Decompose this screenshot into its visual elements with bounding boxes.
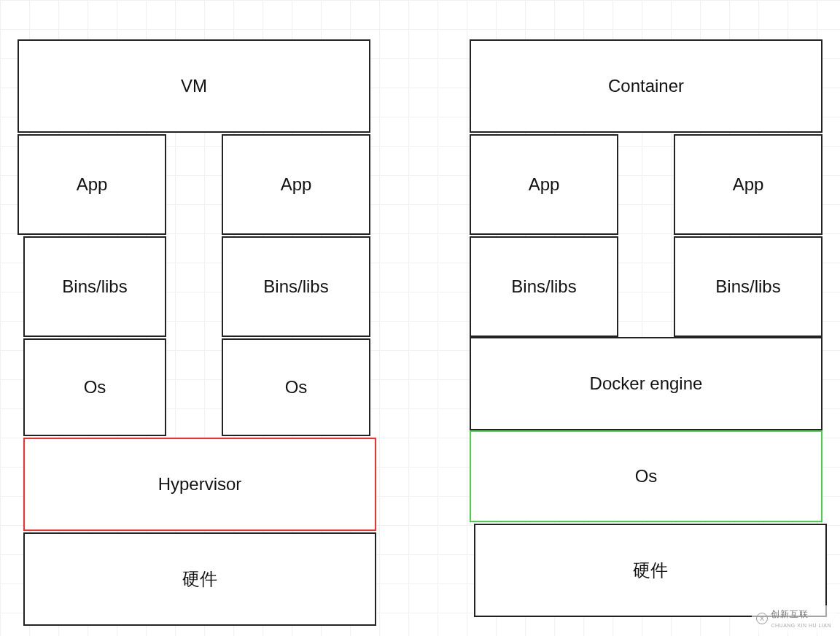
vm-hypervisor-box: Hypervisor: [23, 438, 376, 531]
container-hardware-box: 硬件: [474, 524, 827, 617]
vm-os-left-label: Os: [84, 377, 106, 398]
vm-app-right-label: App: [281, 174, 312, 195]
container-bins-right-box: Bins/libs: [674, 236, 822, 337]
vm-hardware-box: 硬件: [23, 532, 376, 626]
watermark-logo-icon: X: [756, 613, 768, 624]
vm-bins-left-box: Bins/libs: [23, 236, 166, 337]
container-app-right-box: App: [674, 134, 822, 235]
container-bins-right-label: Bins/libs: [715, 276, 780, 297]
watermark: X 创新互联 CHUANG XIN HU LIAN: [752, 605, 836, 632]
vm-app-right-box: App: [222, 134, 370, 235]
vm-title-box: VM: [18, 39, 370, 133]
watermark-en: CHUANG XIN HU LIAN: [771, 623, 831, 628]
container-os-box: Os: [470, 430, 822, 522]
vm-app-left-label: App: [77, 174, 108, 195]
container-bins-left-label: Bins/libs: [511, 276, 576, 297]
container-hardware-label: 硬件: [633, 559, 668, 582]
vm-app-left-box: App: [18, 134, 166, 235]
container-engine-label: Docker engine: [590, 373, 703, 394]
vm-hardware-label: 硬件: [182, 567, 217, 591]
container-app-left-box: App: [470, 134, 618, 235]
vm-bins-left-label: Bins/libs: [62, 276, 127, 297]
container-app-right-label: App: [733, 174, 764, 195]
container-engine-box: Docker engine: [470, 337, 822, 430]
container-os-label: Os: [635, 466, 658, 486]
vm-title-label: VM: [181, 76, 207, 96]
container-app-left-label: App: [529, 174, 560, 195]
vm-os-right-box: Os: [222, 338, 370, 436]
vm-os-right-label: Os: [285, 377, 308, 398]
container-title-label: Container: [608, 76, 684, 96]
vm-os-left-box: Os: [23, 338, 166, 436]
container-title-box: Container: [470, 39, 822, 133]
vm-bins-right-box: Bins/libs: [222, 236, 370, 337]
watermark-cn: 创新互联: [771, 609, 809, 619]
vm-bins-right-label: Bins/libs: [263, 276, 328, 297]
container-bins-left-box: Bins/libs: [470, 236, 618, 337]
vm-hypervisor-label: Hypervisor: [158, 474, 242, 495]
